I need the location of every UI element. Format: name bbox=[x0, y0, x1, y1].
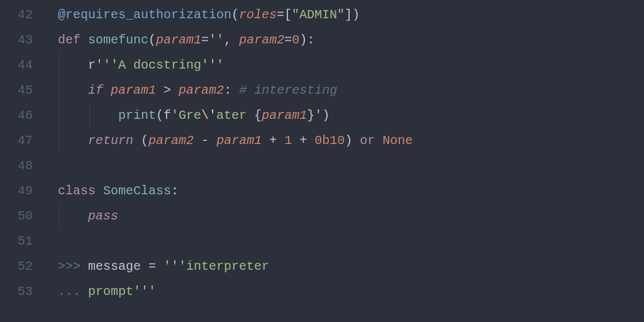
token-prm: roles bbox=[239, 8, 277, 22]
line-number: 44 bbox=[0, 53, 33, 78]
token-prm: param2 bbox=[239, 33, 284, 47]
code-editor[interactable]: 424344454647484950515253 @requires_autho… bbox=[0, 0, 644, 322]
line-number: 48 bbox=[0, 153, 33, 179]
code-line[interactable]: def somefunc(param1='', param2=0): bbox=[58, 28, 644, 53]
token-fs: } bbox=[307, 108, 314, 123]
token-plain bbox=[96, 184, 103, 198]
token-punc: ( bbox=[141, 133, 148, 148]
token-punc: ( bbox=[231, 8, 239, 22]
indent-guide bbox=[59, 78, 60, 103]
line-number: 46 bbox=[0, 103, 33, 128]
code-line[interactable] bbox=[58, 229, 644, 254]
token-plain bbox=[133, 133, 141, 148]
token-op: = bbox=[148, 259, 156, 274]
token-punc: ( bbox=[148, 33, 156, 47]
line-number: 50 bbox=[0, 204, 33, 229]
token-plain bbox=[194, 133, 201, 148]
indent-guide bbox=[59, 128, 60, 153]
token-fs: { bbox=[254, 108, 262, 123]
token-plain bbox=[58, 83, 88, 97]
token-plain bbox=[80, 33, 88, 47]
token-prm: param1 bbox=[156, 33, 201, 47]
token-punc: : bbox=[171, 184, 179, 198]
token-punc: ) bbox=[322, 108, 330, 123]
code-line[interactable]: class SomeClass: bbox=[58, 179, 644, 204]
code-line[interactable]: return (param2 - param1 + 1 + 0b10) or N… bbox=[58, 128, 644, 153]
token-punc: ): bbox=[299, 33, 314, 47]
token-plain bbox=[58, 133, 88, 148]
token-op: + bbox=[299, 133, 307, 148]
token-num: 1 bbox=[284, 133, 292, 148]
code-line[interactable]: print(f'Gre\'ater {param1}') bbox=[58, 103, 644, 128]
token-str: ater bbox=[216, 108, 254, 123]
token-plain bbox=[292, 133, 299, 148]
line-number: 42 bbox=[0, 3, 33, 28]
token-punc: , bbox=[224, 33, 239, 47]
token-plain bbox=[58, 108, 118, 123]
token-fn: somefunc bbox=[88, 33, 148, 47]
line-number: 49 bbox=[0, 179, 33, 204]
code-line[interactable]: r'''A docstring''' bbox=[58, 53, 644, 78]
line-number: 47 bbox=[0, 128, 33, 153]
code-line[interactable]: @requires_authorization(roles=["ADMIN"]) bbox=[58, 3, 644, 28]
token-prm: param2 bbox=[179, 83, 224, 97]
token-kw: or bbox=[360, 133, 375, 148]
token-punc: ( bbox=[156, 108, 164, 123]
token-const: None bbox=[382, 133, 413, 148]
token-kw: def bbox=[58, 33, 80, 47]
token-punc: = bbox=[284, 33, 292, 47]
line-number: 53 bbox=[0, 279, 33, 304]
token-plain bbox=[209, 133, 216, 148]
token-punc: : bbox=[224, 83, 239, 97]
code-area[interactable]: @requires_authorization(roles=["ADMIN"])… bbox=[40, 0, 644, 322]
token-plain: message bbox=[88, 259, 141, 274]
token-num: 0b10 bbox=[314, 133, 345, 148]
token-punc: ]) bbox=[345, 8, 360, 22]
token-prm: param1 bbox=[111, 83, 156, 97]
token-plain bbox=[156, 83, 164, 97]
line-number: 51 bbox=[0, 229, 33, 254]
token-raw: f bbox=[164, 108, 171, 123]
token-str: "ADMIN" bbox=[292, 8, 345, 22]
token-kw-i: pass bbox=[88, 209, 118, 223]
token-kw: class bbox=[58, 184, 96, 198]
code-line[interactable]: >>> message = '''interpreter bbox=[58, 254, 644, 279]
token-raw: r bbox=[88, 58, 96, 72]
code-line[interactable]: pass bbox=[58, 204, 644, 229]
code-line[interactable] bbox=[58, 153, 644, 179]
token-plain bbox=[277, 133, 284, 148]
token-kw-i: if bbox=[88, 83, 103, 97]
token-op: + bbox=[269, 133, 277, 148]
token-plain bbox=[80, 284, 88, 299]
indent-guide bbox=[59, 204, 60, 229]
indent-guide bbox=[59, 53, 60, 78]
token-plain bbox=[307, 133, 314, 148]
token-plain bbox=[141, 259, 148, 274]
token-str: '' bbox=[209, 33, 224, 47]
token-prompt: >>> bbox=[58, 259, 80, 274]
token-dec: @requires_authorization bbox=[58, 8, 231, 22]
token-prm: param1 bbox=[216, 133, 262, 148]
token-cmt: # interesting bbox=[239, 83, 337, 97]
token-plain bbox=[80, 259, 88, 274]
indent-guide bbox=[59, 103, 60, 128]
token-prm: param1 bbox=[262, 108, 307, 123]
token-plain bbox=[375, 133, 382, 148]
token-punc: = bbox=[201, 33, 209, 47]
token-prompt: ... bbox=[58, 284, 80, 299]
token-str: prompt''' bbox=[88, 284, 156, 299]
line-number: 52 bbox=[0, 254, 33, 279]
token-prm: param2 bbox=[148, 133, 194, 148]
token-str: 'Gre bbox=[171, 108, 201, 123]
token-str: '''A docstring''' bbox=[96, 58, 224, 72]
token-punc: ) bbox=[345, 133, 360, 148]
token-plain bbox=[171, 83, 179, 97]
token-op: - bbox=[201, 133, 209, 148]
token-op: > bbox=[164, 83, 171, 97]
token-plain bbox=[58, 58, 88, 72]
code-line[interactable]: if param1 > param2: # interesting bbox=[58, 78, 644, 103]
code-line[interactable]: ... prompt''' bbox=[58, 279, 644, 304]
token-esc: \' bbox=[201, 108, 216, 123]
token-call: print bbox=[118, 108, 156, 123]
token-plain bbox=[156, 259, 164, 274]
